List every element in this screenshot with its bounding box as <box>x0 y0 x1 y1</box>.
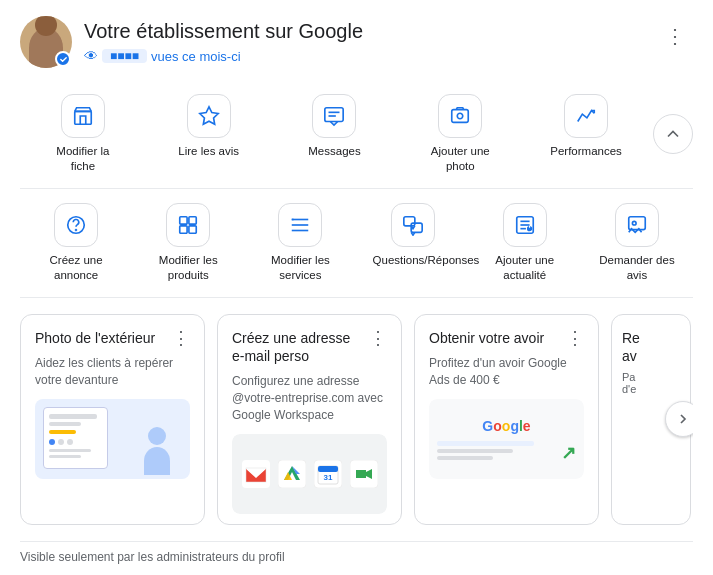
svg-text:31: 31 <box>323 473 332 482</box>
card-partial-desc: Pad'e <box>622 371 680 395</box>
card-ads-desc: Profitez d'un avoir Google Ads de 400 € <box>429 355 584 389</box>
card-ads-header: Obtenir votre avoir ⋮ <box>429 329 584 347</box>
divider-2 <box>20 297 693 298</box>
modifier-services-label: Modifier les services <box>260 253 340 283</box>
actions-row-1: Modifier la fiche Lire les avis <box>20 88 693 180</box>
news-icon <box>503 203 547 247</box>
collapse-button[interactable] <box>653 114 693 154</box>
svg-rect-6 <box>452 110 469 123</box>
card-email-title: Créez une adresse e-mail perso <box>232 329 369 365</box>
views-count: ■■■■ <box>102 49 147 63</box>
more-menu-button[interactable]: ⋮ <box>657 16 693 56</box>
action-creer-annonce[interactable]: Créez une annonce <box>20 197 132 289</box>
review-req-icon <box>615 203 659 247</box>
page-title: Votre établissement sur Google <box>84 18 363 44</box>
action-modifier-services[interactable]: Modifier les services <box>244 197 356 289</box>
svg-rect-30 <box>278 460 306 488</box>
card-exterior-desc: Aidez les clients à repérer votre devant… <box>35 355 190 389</box>
views-subtitle[interactable]: 👁 ■■■■ vues ce mois-ci <box>84 48 363 64</box>
header: Votre établissement sur Google 👁 ■■■■ vu… <box>20 16 693 68</box>
svg-point-9 <box>76 229 77 230</box>
card-email-desc: Configurez une adresse @votre-entreprise… <box>232 373 387 423</box>
card-partial-title: Reav <box>622 329 680 365</box>
svg-point-27 <box>632 221 636 225</box>
card-exterior-header: Photo de l'extérieur ⋮ <box>35 329 190 347</box>
demander-avis-label: Demander des avis <box>597 253 677 283</box>
card-email-image: 31 <box>232 434 387 514</box>
annonce-icon <box>54 203 98 247</box>
svg-rect-11 <box>189 217 196 224</box>
verified-badge <box>55 51 71 67</box>
card-exterior-title: Photo de l'extérieur <box>35 329 172 347</box>
card-ads-image: Google ↗ <box>429 399 584 479</box>
performances-label: Performances <box>550 144 622 159</box>
action-modifier-produits[interactable]: Modifier les produits <box>132 197 244 289</box>
modifier-produits-label: Modifier les produits <box>148 253 228 283</box>
star-icon <box>187 94 231 138</box>
card-email-header: Créez une adresse e-mail perso ⋮ <box>232 329 387 365</box>
svg-point-7 <box>458 113 464 119</box>
card-email[interactable]: Créez une adresse e-mail perso ⋮ Configu… <box>217 314 402 525</box>
action-questions-reponses[interactable]: Questions/Réponses <box>357 197 469 274</box>
card-exterior[interactable]: Photo de l'extérieur ⋮ Aidez les clients… <box>20 314 205 525</box>
svg-rect-18 <box>403 217 414 226</box>
header-left: Votre établissement sur Google 👁 ■■■■ vu… <box>20 16 363 68</box>
actions-row-2: Créez une annonce Modifier les produits <box>20 197 693 289</box>
action-demander-avis[interactable]: Demander des avis <box>581 197 693 289</box>
svg-rect-37 <box>318 466 338 472</box>
card-ads-more[interactable]: ⋮ <box>566 329 584 347</box>
card-ads[interactable]: Obtenir votre avoir ⋮ Profitez d'un avoi… <box>414 314 599 525</box>
questions-reponses-label: Questions/Réponses <box>373 253 453 268</box>
card-ads-title: Obtenir votre avoir <box>429 329 566 347</box>
action-messages[interactable]: Messages <box>272 88 398 165</box>
scroll-right-button[interactable] <box>665 401 693 437</box>
photo-icon <box>438 94 482 138</box>
modifier-fiche-label: Modifier la fiche <box>43 144 123 174</box>
views-label: vues ce mois-ci <box>151 49 241 64</box>
header-text: Votre établissement sur Google 👁 ■■■■ vu… <box>84 16 363 64</box>
products-icon <box>166 203 210 247</box>
actions-row-2-inner: Créez une annonce Modifier les produits <box>20 197 693 289</box>
creer-annonce-label: Créez une annonce <box>36 253 116 283</box>
ajouter-photo-label: Ajouter une photo <box>420 144 500 174</box>
footer-note: Visible seulement par les administrateur… <box>20 541 693 564</box>
card-exterior-more[interactable]: ⋮ <box>172 329 190 347</box>
avatar <box>20 16 72 68</box>
svg-rect-12 <box>180 226 187 233</box>
svg-rect-13 <box>189 226 196 233</box>
svg-rect-26 <box>629 217 646 230</box>
eye-icon: 👁 <box>84 48 98 64</box>
svg-marker-2 <box>200 107 218 124</box>
action-ajouter-actualite[interactable]: Ajouter une actualité <box>469 197 581 289</box>
divider-1 <box>20 188 693 189</box>
svg-rect-10 <box>180 217 187 224</box>
actions-row-1-inner: Modifier la fiche Lire les avis <box>20 88 649 180</box>
lire-avis-label: Lire les avis <box>178 144 239 159</box>
messages-label: Messages <box>308 144 360 159</box>
svg-rect-3 <box>325 108 343 122</box>
cards-row: Photo de l'extérieur ⋮ Aidez les clients… <box>20 314 693 525</box>
chat-icon <box>312 94 356 138</box>
trend-icon <box>564 94 608 138</box>
card-exterior-image <box>35 399 190 479</box>
cards-section: Photo de l'extérieur ⋮ Aidez les clients… <box>20 314 693 525</box>
qa-icon <box>391 203 435 247</box>
card-email-more[interactable]: ⋮ <box>369 329 387 347</box>
action-modifier-fiche[interactable]: Modifier la fiche <box>20 88 146 180</box>
action-performances[interactable]: Performances <box>523 88 649 165</box>
action-lire-avis[interactable]: Lire les avis <box>146 88 272 165</box>
services-icon <box>278 203 322 247</box>
action-ajouter-photo[interactable]: Ajouter une photo <box>397 88 523 180</box>
shop-icon <box>61 94 105 138</box>
svg-rect-0 <box>75 111 92 124</box>
ajouter-actualite-label: Ajouter une actualité <box>485 253 565 283</box>
